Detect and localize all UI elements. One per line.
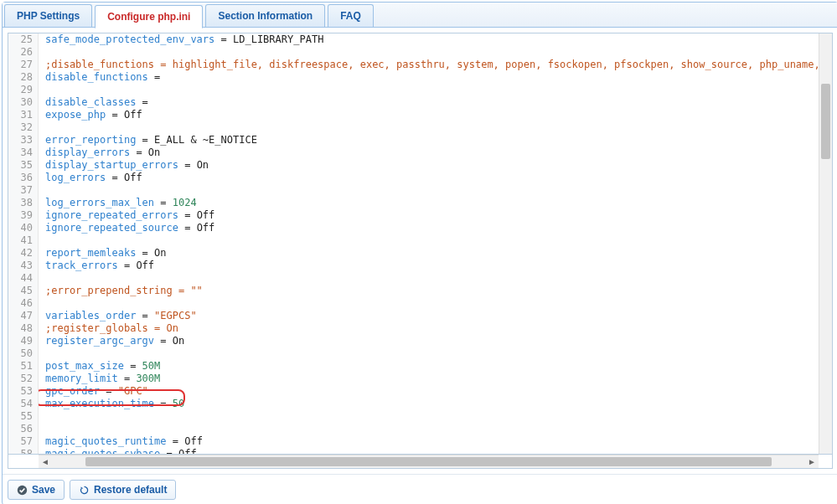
tab-section-information[interactable]: Section Information xyxy=(205,4,325,27)
code-line[interactable]: ;register_globals = On xyxy=(45,322,819,335)
line-number: 54 xyxy=(8,398,33,410)
line-number: 29 xyxy=(8,84,33,96)
line-number: 51 xyxy=(8,360,33,373)
code-line[interactable] xyxy=(45,184,819,197)
panel: PHP SettingsConfigure php.iniSection Inf… xyxy=(2,2,837,504)
line-number: 58 xyxy=(8,448,33,455)
scroll-right-arrow[interactable]: ► xyxy=(805,455,819,468)
line-number: 49 xyxy=(8,335,33,347)
line-number: 36 xyxy=(8,172,33,184)
tab-faq[interactable]: FAQ xyxy=(328,4,374,27)
code-line[interactable]: log_errors_max_len = 1024 xyxy=(45,197,819,209)
horizontal-scrollbar[interactable]: ◄ ► xyxy=(39,455,819,468)
save-button[interactable]: Save xyxy=(8,480,65,500)
line-number: 27 xyxy=(8,59,33,71)
code-line[interactable] xyxy=(45,46,819,59)
line-number: 31 xyxy=(8,109,33,121)
line-number: 30 xyxy=(8,96,33,109)
code-content[interactable]: safe_mode_protected_env_vars = LD_LIBRAR… xyxy=(39,33,819,454)
code-line[interactable] xyxy=(45,272,819,285)
line-number: 44 xyxy=(8,272,33,285)
line-number: 25 xyxy=(8,33,33,46)
restore-icon xyxy=(79,485,90,496)
line-number: 39 xyxy=(8,209,33,222)
code-line[interactable]: disable_functions = xyxy=(45,71,819,84)
check-icon xyxy=(17,485,28,496)
line-number: 48 xyxy=(8,322,33,335)
line-number: 28 xyxy=(8,71,33,84)
line-number: 56 xyxy=(8,423,33,435)
code-line[interactable] xyxy=(45,423,819,435)
code-line[interactable]: register_argc_argv = On xyxy=(45,335,819,347)
code-line[interactable]: expose_php = Off xyxy=(45,109,819,121)
line-number: 47 xyxy=(8,310,33,322)
code-line[interactable] xyxy=(45,297,819,310)
horizontal-scroll-thumb[interactable] xyxy=(85,457,772,466)
line-number: 38 xyxy=(8,197,33,209)
line-number: 32 xyxy=(8,121,33,134)
vertical-scrollbar[interactable] xyxy=(819,33,832,454)
vertical-scroll-thumb[interactable] xyxy=(821,84,830,159)
code-line[interactable] xyxy=(45,410,819,423)
code-line[interactable] xyxy=(45,347,819,360)
code-line[interactable]: ;error_prepend_string = "" xyxy=(45,285,819,297)
code-line[interactable]: memory_limit = 300M xyxy=(45,373,819,385)
line-number: 33 xyxy=(8,134,33,147)
code-line[interactable]: max_execution_time = 50 xyxy=(45,398,819,410)
save-label: Save xyxy=(32,484,55,496)
code-line[interactable]: log_errors = Off xyxy=(45,172,819,184)
code-line[interactable]: ignore_repeated_errors = Off xyxy=(45,209,819,222)
line-number: 55 xyxy=(8,410,33,423)
line-number: 43 xyxy=(8,260,33,272)
code-line[interactable]: report_memleaks = On xyxy=(45,247,819,260)
tab-configure-php-ini[interactable]: Configure php.ini xyxy=(95,5,203,28)
code-editor[interactable]: 2526272829303132333435363738394041424344… xyxy=(8,33,833,455)
line-gutter: 2526272829303132333435363738394041424344… xyxy=(8,33,39,454)
code-line[interactable]: track_errors = Off xyxy=(45,260,819,272)
tab-bar: PHP SettingsConfigure php.iniSection Inf… xyxy=(3,3,837,28)
line-number: 26 xyxy=(8,46,33,59)
line-number: 45 xyxy=(8,285,33,297)
line-number: 57 xyxy=(8,435,33,448)
code-line[interactable]: error_reporting = E_ALL & ~E_NOTICE xyxy=(45,134,819,147)
code-line[interactable]: gpc_order = "GPC" xyxy=(45,385,819,398)
code-line[interactable]: ignore_repeated_source = Off xyxy=(45,222,819,234)
line-number: 41 xyxy=(8,234,33,247)
code-line[interactable] xyxy=(45,234,819,247)
code-line[interactable]: ;disable_functions = highlight_file, dis… xyxy=(45,59,819,71)
code-line[interactable] xyxy=(45,84,819,96)
code-line[interactable]: display_startup_errors = On xyxy=(45,159,819,172)
restore-button[interactable]: Restore default xyxy=(70,480,176,500)
line-number: 34 xyxy=(8,147,33,159)
code-line[interactable]: disable_classes = xyxy=(45,96,819,109)
line-number: 40 xyxy=(8,222,33,234)
code-line[interactable]: safe_mode_protected_env_vars = LD_LIBRAR… xyxy=(45,33,819,46)
code-line[interactable]: variables_order = "EGPCS" xyxy=(45,310,819,322)
code-line[interactable]: magic_quotes_sybase = Off xyxy=(45,448,819,454)
line-number: 50 xyxy=(8,347,33,360)
line-number: 53 xyxy=(8,385,33,398)
code-line[interactable]: display_errors = On xyxy=(45,147,819,159)
footer-bar: Save Restore default xyxy=(3,474,837,504)
code-line[interactable]: post_max_size = 50M xyxy=(45,360,819,373)
scroll-left-arrow[interactable]: ◄ xyxy=(39,455,52,468)
code-line[interactable]: magic_quotes_runtime = Off xyxy=(45,435,819,448)
line-number: 52 xyxy=(8,373,33,385)
editor-area: 2526272829303132333435363738394041424344… xyxy=(3,28,837,474)
line-number: 46 xyxy=(8,297,33,310)
restore-label: Restore default xyxy=(94,484,167,496)
line-number: 35 xyxy=(8,159,33,172)
line-number: 37 xyxy=(8,184,33,197)
tab-php-settings[interactable]: PHP Settings xyxy=(4,4,92,27)
code-line[interactable] xyxy=(45,121,819,134)
line-number: 42 xyxy=(8,247,33,260)
